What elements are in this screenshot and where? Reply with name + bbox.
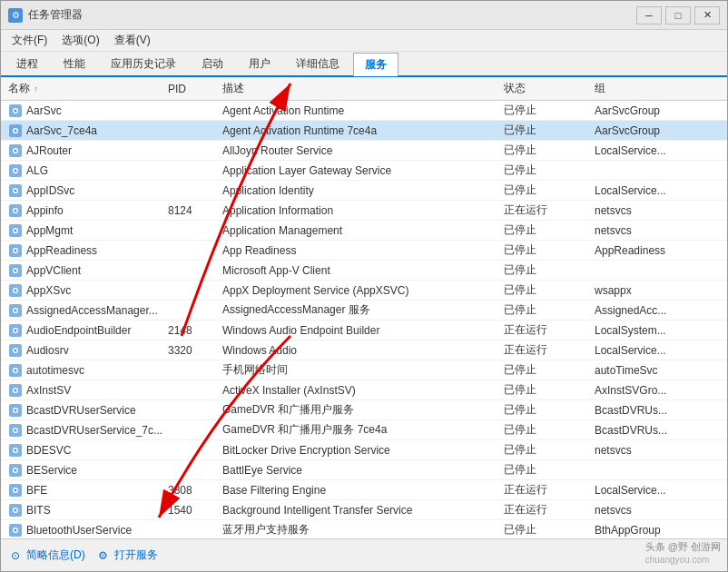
services-table: 名称 ↑ PID 描述 状态 组 — [1, 77, 727, 538]
table-row[interactable]: BEService BattlEye Service 已停止 — [1, 460, 727, 480]
cell-status: 已停止 — [500, 462, 591, 478]
svg-point-59 — [15, 488, 17, 491]
cell-desc: App Readiness — [219, 244, 500, 257]
cell-group: LocalService... — [591, 484, 709, 497]
cell-group: BcastDVRUs... — [591, 404, 709, 417]
header-pid[interactable]: PID — [164, 81, 219, 96]
cell-name: AppMgmt — [1, 223, 164, 238]
maximize-button[interactable]: □ — [665, 6, 691, 25]
table-row[interactable]: AppIDSvc Application Identity 已停止 LocalS… — [1, 181, 727, 201]
tab-users[interactable]: 用户 — [237, 52, 282, 75]
cell-desc: BitLocker Drive Encryption Service — [219, 444, 500, 457]
cell-desc: AssignedAccessManager 服务 — [219, 302, 500, 318]
cell-status: 已停止 — [500, 522, 591, 537]
svg-point-29 — [15, 289, 17, 291]
cell-desc: Windows Audio Endpoint Builder — [219, 324, 500, 337]
table-row[interactable]: AssignedAccessManager... AssignedAccessM… — [1, 301, 727, 321]
cell-desc: AllJoyn Router Service — [219, 144, 500, 157]
svg-point-56 — [15, 468, 17, 471]
close-button[interactable]: ✕ — [694, 6, 720, 25]
brief-info-button[interactable]: ⊙ 简略信息(D) — [8, 547, 85, 563]
cell-pid: 8124 — [164, 204, 219, 217]
minimize-button[interactable]: ─ — [636, 6, 662, 25]
cell-desc: ActiveX Installer (AxInstSV) — [219, 384, 500, 397]
table-row[interactable]: BITS 1540 Background Intelligent Transfe… — [1, 500, 727, 520]
table-row[interactable]: AudioEndpointBuilder 2148 Windows Audio … — [1, 321, 727, 340]
cell-name: AarSvc — [1, 104, 164, 118]
cell-group: netsvcs — [591, 224, 709, 237]
table-row[interactable]: AppMgmt Application Management 已停止 netsv… — [1, 221, 727, 241]
cell-desc: Microsoft App-V Client — [219, 264, 500, 277]
table-body[interactable]: AarSvc Agent Activation Runtime 已停止 AarS… — [1, 101, 727, 538]
svg-point-8 — [15, 149, 17, 152]
cell-status: 已停止 — [500, 222, 591, 238]
table-row[interactable]: AxInstSV ActiveX Installer (AxInstSV) 已停… — [1, 380, 727, 400]
svg-point-62 — [15, 508, 17, 511]
cell-name: BDESVC — [1, 443, 164, 458]
tab-startup[interactable]: 启动 — [190, 52, 235, 75]
svg-point-38 — [15, 349, 17, 351]
table-row[interactable]: AJRouter AllJoyn Router Service 已停止 Loca… — [1, 141, 727, 161]
table-row[interactable]: BluetoothUserService 蓝牙用户支持服务 已停止 BthApp… — [1, 520, 727, 538]
table-row[interactable]: ALG Application Layer Gateway Service 已停… — [1, 161, 727, 181]
table-row[interactable]: BcastDVRUserService_7c... GameDVR 和广播用户服… — [1, 420, 727, 440]
open-services-button[interactable]: ⚙ 打开服务 — [96, 547, 158, 563]
tab-services[interactable]: 服务 — [353, 53, 398, 76]
table-row[interactable]: BFE 3808 Base Filtering Engine 正在运行 Loca… — [1, 480, 727, 500]
cell-status: 正在运行 — [500, 322, 591, 338]
cell-desc: GameDVR 和广播用户服务 — [219, 402, 500, 418]
cell-status: 已停止 — [500, 382, 591, 398]
menu-file[interactable]: 文件(F) — [5, 31, 54, 50]
cell-name: BEService — [1, 463, 164, 478]
table-row[interactable]: autotimesvc 手机网络时间 已停止 autoTimeSvc — [1, 360, 727, 380]
cell-desc: Agent Activation Runtime — [219, 104, 500, 117]
cell-desc: Application Identity — [219, 184, 500, 197]
tab-process[interactable]: 进程 — [5, 52, 50, 75]
table-row[interactable]: AppVClient Microsoft App-V Client 已停止 — [1, 261, 727, 281]
header-name[interactable]: 名称 ↑ — [1, 81, 164, 96]
menu-bar: 文件(F) 选项(O) 查看(V) — [1, 30, 727, 52]
header-status[interactable]: 状态 — [500, 81, 591, 96]
cell-name: AssignedAccessManager... — [1, 303, 164, 318]
cell-group: LocalService... — [591, 344, 709, 357]
menu-view[interactable]: 查看(V) — [107, 31, 158, 50]
table-row[interactable]: AppReadiness App Readiness 已停止 AppReadin… — [1, 241, 727, 261]
table-row[interactable]: Audiosrv 3320 Windows Audio 正在运行 LocalSe… — [1, 340, 727, 360]
cell-status: 已停止 — [500, 182, 591, 198]
window-controls: ─ □ ✕ — [636, 6, 720, 25]
table-row[interactable]: BDESVC BitLocker Drive Encryption Servic… — [1, 440, 727, 460]
cell-status: 已停止 — [500, 143, 591, 158]
table-row[interactable]: BcastDVRUserService GameDVR 和广播用户服务 已停止 … — [1, 400, 727, 420]
cell-name: AppVClient — [1, 263, 164, 278]
svg-point-50 — [15, 429, 17, 431]
table-row[interactable]: AarSvc Agent Activation Runtime 已停止 AarS… — [1, 101, 727, 121]
cell-name: autotimesvc — [1, 363, 164, 378]
header-desc[interactable]: 描述 — [219, 81, 500, 96]
tab-app-history[interactable]: 应用历史记录 — [99, 52, 188, 75]
table-row[interactable]: Appinfo 8124 Application Information 正在运… — [1, 201, 727, 221]
tab-performance[interactable]: 性能 — [52, 52, 97, 75]
cell-status: 已停止 — [500, 282, 591, 298]
cell-group: LocalService... — [591, 144, 709, 157]
svg-point-2 — [15, 109, 17, 112]
cell-group: AxInstSVGro... — [591, 384, 709, 397]
cell-name: ALG — [1, 163, 164, 178]
table-row[interactable]: AarSvc_7ce4a Agent Activation Runtime 7c… — [1, 121, 727, 141]
svg-point-26 — [15, 269, 17, 271]
svg-point-41 — [15, 369, 17, 371]
cell-status: 已停止 — [500, 302, 591, 318]
cell-desc: 手机网络时间 — [219, 362, 500, 378]
cell-status: 已停止 — [500, 442, 591, 458]
tab-details[interactable]: 详细信息 — [284, 52, 351, 75]
window-title: 任务管理器 — [28, 7, 636, 23]
header-group[interactable]: 组 — [591, 81, 709, 96]
menu-options[interactable]: 选项(O) — [54, 31, 106, 50]
svg-point-65 — [15, 528, 17, 531]
cell-group: LocalSystem... — [591, 324, 709, 337]
cell-group: BcastDVRUs... — [591, 424, 709, 437]
table-row[interactable]: AppXSvc AppX Deployment Service (AppXSVC… — [1, 281, 727, 301]
cell-group: AppReadiness — [591, 244, 709, 257]
cell-name: AppXSvc — [1, 283, 164, 298]
cell-status: 已停止 — [500, 163, 591, 178]
cell-desc: Background Intelligent Transfer Service — [219, 504, 500, 517]
